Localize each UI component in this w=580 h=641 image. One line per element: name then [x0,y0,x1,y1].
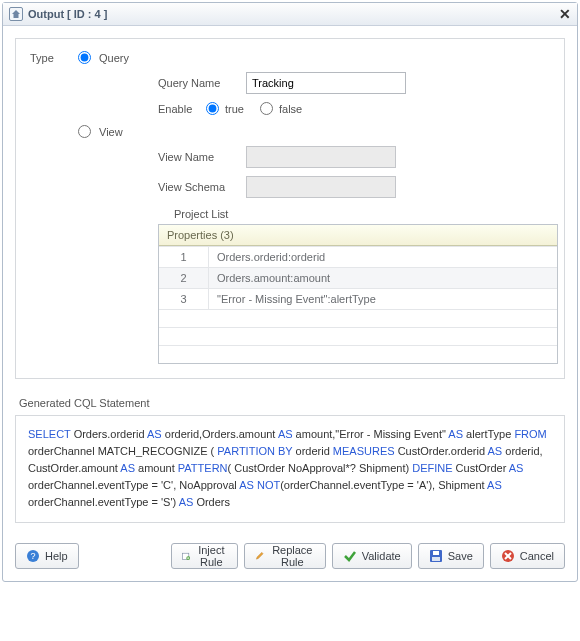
enable-false-radio[interactable] [260,102,273,115]
view-name-label: View Name [158,151,246,163]
view-name-input [246,146,396,168]
query-name-label: Query Name [158,77,246,89]
query-name-input[interactable] [246,72,406,94]
help-icon: ? [26,549,40,563]
properties-header: Properties (3) [159,225,557,246]
svg-text:?: ? [30,551,35,561]
output-panel: Output [ ID : 4 ] ✕ Type Query Query Nam… [2,2,578,582]
type-query-radio[interactable] [78,51,91,64]
check-icon [343,549,357,563]
enable-false-label: false [279,103,302,115]
properties-grid: Properties (3) 1 Orders.orderid:orderid … [158,224,558,364]
pencil-icon [255,549,265,563]
project-list-label: Project List [174,208,550,220]
save-button[interactable]: Save [418,543,484,569]
button-bar: ? Help Inject Rule Replace Rule Validate… [3,535,577,581]
type-form: Type Query Query Name Enable true [15,38,565,379]
table-row[interactable]: 1 Orders.orderid:orderid [159,246,557,267]
table-row[interactable]: 3 "Error - Missing Event":alertType [159,288,557,309]
close-icon[interactable]: ✕ [559,6,571,22]
inject-rule-button[interactable]: Inject Rule [171,543,239,569]
type-view-radio[interactable] [78,125,91,138]
home-icon[interactable] [9,7,23,21]
type-view-label: View [99,126,123,138]
svg-rect-6 [432,557,440,561]
panel-title: Output [ ID : 4 ] [28,8,107,20]
enable-true-label: true [225,103,244,115]
view-schema-label: View Schema [158,181,246,193]
cql-label: Generated CQL Statement [19,397,561,409]
view-schema-input [246,176,396,198]
table-row[interactable]: 2 Orders.amount:amount [159,267,557,288]
replace-rule-button[interactable]: Replace Rule [244,543,325,569]
enable-label: Enable [158,103,206,115]
save-icon [429,549,443,563]
enable-true-radio[interactable] [206,102,219,115]
titlebar: Output [ ID : 4 ] ✕ [3,3,577,26]
type-query-label: Query [99,52,129,64]
help-button[interactable]: ? Help [15,543,79,569]
svg-rect-5 [433,551,439,555]
inject-icon [182,549,191,563]
validate-button[interactable]: Validate [332,543,412,569]
cancel-icon [501,549,515,563]
cancel-button[interactable]: Cancel [490,543,565,569]
cql-statement: SELECT Orders.orderid AS orderid,Orders.… [15,415,565,523]
type-label: Type [30,52,78,64]
